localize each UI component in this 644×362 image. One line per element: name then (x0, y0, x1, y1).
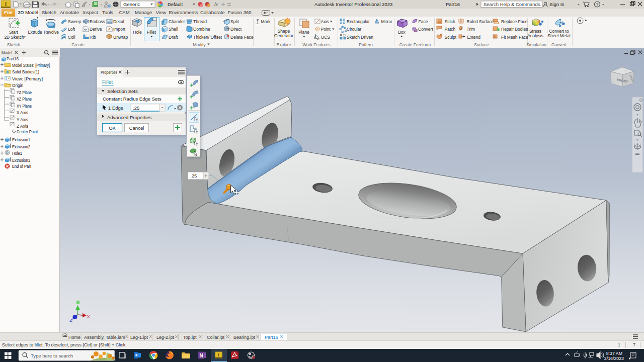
svg-text:Start: Start (9, 30, 19, 35)
svg-text:Decal: Decal (113, 19, 124, 24)
svg-text:Z Axis: Z Axis (17, 124, 29, 129)
svg-text:Generic: Generic (123, 2, 140, 7)
svg-text:fx: fx (214, 2, 218, 7)
svg-text:Advanced Properties: Advanced Properties (107, 115, 151, 120)
svg-text:Top.ipt: Top.ipt (183, 335, 197, 340)
svg-text:Sketch Driven: Sketch Driven (347, 35, 373, 40)
svg-text:Simulation: Simulation (526, 42, 546, 47)
svg-text:X: X (87, 314, 91, 319)
svg-text:Mirror: Mirror (381, 19, 392, 24)
svg-text:Properties: Properties (101, 70, 117, 75)
svg-text:Delete Face: Delete Face (230, 35, 254, 40)
svg-text:Trim: Trim (467, 27, 475, 32)
svg-text:YZ Plane: YZ Plane (17, 90, 32, 95)
svg-text:Sketch: Sketch (7, 42, 20, 47)
svg-text:Thread: Thread (193, 19, 207, 24)
svg-text:Derive: Derive (90, 27, 102, 32)
svg-text:Extend: Extend (467, 35, 481, 40)
svg-text:Convert: Convert (418, 27, 433, 32)
svg-text:Plane: Plane (298, 30, 309, 35)
svg-text:Split: Split (230, 19, 239, 24)
svg-text:Work Features: Work Features (302, 42, 331, 47)
svg-text:Rib: Rib (90, 35, 96, 40)
svg-text:Shape: Shape (278, 29, 290, 34)
svg-text:Stress: Stress (529, 29, 541, 34)
svg-text:UCS: UCS (321, 35, 330, 40)
svg-text:XZ Plane: XZ Plane (17, 97, 32, 102)
svg-text:8:37 AM: 8:37 AM (606, 351, 622, 356)
svg-text:.25: .25 (133, 105, 139, 111)
svg-text:Create Freeform: Create Freeform (399, 42, 431, 47)
svg-text:Emboss: Emboss (90, 19, 105, 24)
svg-text:Unwrap: Unwrap (113, 35, 128, 40)
svg-text:OK: OK (109, 125, 116, 131)
svg-text:2/16/2023: 2/16/2023 (604, 356, 624, 361)
svg-text:Solid Bodies(1): Solid Bodies(1) (12, 69, 39, 74)
svg-text:1 Edge: 1 Edge (108, 105, 123, 111)
svg-text:Search Help & Commands...: Search Help & Commands... (484, 2, 544, 7)
svg-text:Draft: Draft (169, 35, 178, 40)
svg-text:View: [Primary]: View: [Primary] (12, 76, 43, 81)
svg-text:Extrusion1: Extrusion1 (12, 137, 30, 142)
svg-text:Sculpt: Sculpt (445, 35, 457, 40)
svg-text:Axis: Axis (321, 19, 329, 24)
svg-text:Extrusion3: Extrusion3 (12, 158, 30, 163)
svg-text:Origin: Origin (12, 83, 23, 88)
svg-text:Part16: Part16 (7, 57, 19, 61)
svg-text:Surface: Surface (474, 42, 489, 47)
svg-text:Revolve: Revolve (44, 30, 59, 35)
svg-text:Leg-1.ipt: Leg-1.ipt (130, 335, 148, 340)
svg-text:Y Axis: Y Axis (17, 117, 29, 122)
svg-text:Sign In: Sign In (549, 2, 565, 7)
svg-text:Face: Face (419, 19, 428, 24)
svg-text:Loft: Loft (68, 27, 75, 32)
svg-text:Home: Home (68, 335, 80, 340)
svg-text:Patch: Patch (445, 27, 456, 32)
svg-text:Stitch: Stitch (445, 19, 456, 24)
svg-text:Generator: Generator (274, 33, 293, 38)
svg-text:Shell: Shell (169, 27, 178, 32)
svg-text:Thicken/ Offset: Thicken/ Offset (193, 35, 222, 40)
svg-text:Chamfer: Chamfer (169, 19, 185, 24)
svg-text:Center Point: Center Point (17, 129, 38, 134)
svg-text:2D Sketch: 2D Sketch (4, 35, 24, 40)
svg-text:Point: Point (321, 27, 331, 32)
svg-text:Model: Model (2, 50, 12, 55)
svg-text:Selection Sets: Selection Sets (107, 88, 138, 94)
svg-text:Explore: Explore (277, 42, 291, 47)
svg-text:Direct: Direct (230, 27, 242, 32)
svg-text:X Axis: X Axis (17, 110, 29, 115)
svg-text:.25: .25 (190, 173, 197, 178)
svg-text:Z: Z (69, 317, 72, 323)
svg-text:I: I (218, 352, 219, 357)
svg-text:Hole1: Hole1 (12, 151, 22, 156)
svg-text:Replace Face: Replace Face (501, 19, 528, 24)
svg-text:Extrusion2: Extrusion2 (12, 144, 30, 149)
svg-text:Fillet: Fillet (147, 30, 156, 35)
svg-text:I: I (5, 1, 7, 7)
svg-text:Combine: Combine (193, 27, 210, 32)
svg-text:Constant Radius Edge Sets: Constant Radius Edge Sets (103, 96, 162, 102)
svg-text:Sweep: Sweep (68, 19, 81, 24)
svg-text:Convert to: Convert to (549, 29, 569, 34)
svg-text:Autodesk Inventor Professional: Autodesk Inventor Professional 2023 (314, 2, 392, 7)
svg-text:Circular: Circular (347, 27, 361, 32)
svg-text:Repair Bodies: Repair Bodies (501, 27, 528, 32)
svg-text:Model States: [Primary]: Model States: [Primary] (12, 63, 50, 68)
svg-text:Mark: Mark (261, 19, 271, 24)
svg-text:End of Part: End of Part (12, 164, 31, 169)
svg-text:Fit Mesh Face: Fit Mesh Face (501, 35, 528, 40)
svg-text:Cancel: Cancel (129, 125, 144, 131)
svg-text:Ruled Surface: Ruled Surface (467, 19, 494, 24)
svg-text:?: ? (596, 2, 599, 7)
svg-text:XY Plane: XY Plane (17, 104, 32, 109)
svg-text:Modify: Modify (193, 42, 206, 47)
svg-text:Pattern: Pattern (359, 42, 373, 47)
svg-text:Part16: Part16 (265, 335, 278, 340)
svg-text:Part16: Part16 (446, 2, 460, 7)
svg-text:Default: Default (168, 2, 183, 7)
svg-text:Type here to search: Type here to search (31, 353, 73, 358)
svg-text:Rectangular: Rectangular (347, 19, 370, 24)
svg-text:Import: Import (113, 27, 126, 32)
svg-text:Collar.ipt: Collar.ipt (207, 335, 225, 340)
